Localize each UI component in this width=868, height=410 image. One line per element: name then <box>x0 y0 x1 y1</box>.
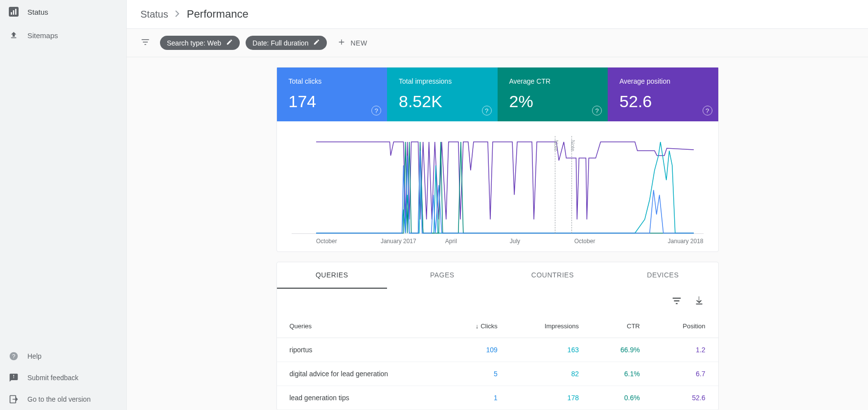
filter-chip-search-type[interactable]: Search type: Web <box>160 36 240 50</box>
metric-label: Total impressions <box>399 77 486 85</box>
metric-label: Average position <box>619 77 707 85</box>
sidebar-item-status[interactable]: Status <box>0 0 126 23</box>
metric-row: Total clicks 174 ? Total impressions 8.5… <box>277 68 718 121</box>
metric-value: 2% <box>509 92 596 111</box>
cell-ctr: 0.6% <box>592 386 653 410</box>
metric-average-position[interactable]: Average position 52.6 ? <box>608 68 718 121</box>
col-query[interactable]: Queries <box>277 315 446 338</box>
col-clicks[interactable]: ↓Clicks <box>446 315 510 338</box>
table-row[interactable]: lead generation tips 1 178 0.6% 52.6 <box>277 386 718 410</box>
cell-ctr: 66.9% <box>592 338 653 362</box>
table-row[interactable]: riportus 109 163 66.9% 1.2 <box>277 338 718 362</box>
cell-position: 52.6 <box>653 386 718 410</box>
page-title: Performance <box>187 8 249 21</box>
sidebar-item-label: Help <box>27 352 42 360</box>
x-axis-label: January 2018 <box>639 238 704 245</box>
chart-note-label: Note <box>553 140 559 151</box>
sort-descending-icon: ↓ <box>476 322 479 330</box>
pencil-icon <box>226 39 233 47</box>
table-toolbar <box>277 289 718 315</box>
tabs: QUERIES PAGES COUNTRIES DEVICES <box>277 262 718 289</box>
tab-queries[interactable]: QUERIES <box>277 262 388 289</box>
metric-label: Total clicks <box>289 77 376 85</box>
tab-devices[interactable]: DEVICES <box>608 262 718 289</box>
col-position[interactable]: Position <box>653 315 718 338</box>
download-icon[interactable] <box>694 296 705 308</box>
chip-label: Date: Full duration <box>252 39 308 47</box>
sidebar-item-label: Submit feedback <box>27 374 78 382</box>
queries-table: Queries ↓Clicks Impressions CTR Position… <box>277 315 718 410</box>
x-axis-label: July <box>510 238 574 245</box>
cell-position: 6.7 <box>653 362 718 386</box>
cell-impressions: 163 <box>510 338 592 362</box>
help-icon[interactable]: ? <box>703 106 712 115</box>
svg-rect-0 <box>11 12 12 15</box>
breadcrumb: Status Performance <box>127 0 868 29</box>
table-row[interactable]: digital advice for lead generation 5 82 … <box>277 362 718 386</box>
cell-query[interactable]: riportus <box>277 338 446 362</box>
sidebar-item-label: Status <box>27 8 48 16</box>
cell-query[interactable]: digital advice for lead generation <box>277 362 446 386</box>
cell-ctr: 6.1% <box>592 362 653 386</box>
chart-x-axis: October January 2017 April July October … <box>292 234 704 245</box>
chart-area: Note Note October January 2017 April Jul… <box>277 121 718 251</box>
help-icon: ? <box>9 351 19 361</box>
cell-impressions: 178 <box>510 386 592 410</box>
main: Status Performance Search type: Web Date… <box>126 0 868 410</box>
plus-icon <box>338 38 345 47</box>
x-axis-label: January 2017 <box>381 238 445 245</box>
help-icon[interactable]: ? <box>592 106 602 115</box>
chart-note-label: Note <box>570 140 576 151</box>
sidebar-item-label: Sitemaps <box>27 31 58 40</box>
feedback-icon <box>9 373 19 383</box>
help-icon[interactable]: ? <box>482 106 492 115</box>
performance-chart[interactable]: Note Note <box>292 136 704 234</box>
x-axis-label: October <box>574 238 639 245</box>
table-filter-icon[interactable] <box>671 296 682 308</box>
filter-icon[interactable] <box>140 37 150 48</box>
metric-value: 52.6 <box>619 92 707 111</box>
sidebar-item-sitemaps[interactable]: Sitemaps <box>0 23 126 47</box>
col-ctr[interactable]: CTR <box>592 315 653 338</box>
exit-icon <box>9 394 19 404</box>
details-card: QUERIES PAGES COUNTRIES DEVICES <box>276 262 719 410</box>
overview-card: Total clicks 174 ? Total impressions 8.5… <box>276 67 719 252</box>
tab-pages[interactable]: PAGES <box>387 262 498 289</box>
cell-clicks: 109 <box>446 338 510 362</box>
table-header-row: Queries ↓Clicks Impressions CTR Position <box>277 315 718 338</box>
x-axis-label: April <box>445 238 510 245</box>
add-filter-button[interactable]: NEW <box>333 38 372 47</box>
sidebar-item-label: Go to the old version <box>27 395 91 403</box>
tab-countries[interactable]: COUNTRIES <box>498 262 608 289</box>
col-impressions[interactable]: Impressions <box>510 315 592 338</box>
svg-text:?: ? <box>12 353 16 359</box>
new-label: NEW <box>350 39 367 47</box>
upload-icon <box>9 30 19 40</box>
x-axis-label: October <box>316 238 381 245</box>
chevron-right-icon <box>175 10 180 19</box>
content-scroll[interactable]: Total clicks 174 ? Total impressions 8.5… <box>127 57 868 410</box>
filter-bar: Search type: Web Date: Full duration NEW <box>127 29 868 57</box>
cell-position: 1.2 <box>653 338 718 362</box>
chip-label: Search type: Web <box>167 39 221 47</box>
filter-chip-date[interactable]: Date: Full duration <box>246 36 327 50</box>
help-icon[interactable]: ? <box>371 106 381 115</box>
sidebar-item-help[interactable]: ? Help <box>0 345 126 367</box>
metric-value: 174 <box>289 92 376 111</box>
pencil-icon <box>313 39 320 47</box>
svg-rect-1 <box>13 10 15 15</box>
cell-impressions: 82 <box>510 362 592 386</box>
breadcrumb-parent[interactable]: Status <box>140 9 168 20</box>
metric-label: Average CTR <box>509 77 596 85</box>
analytics-icon <box>9 7 19 17</box>
metric-total-clicks[interactable]: Total clicks 174 ? <box>277 68 388 121</box>
sidebar-item-old-version[interactable]: Go to the old version <box>0 388 126 410</box>
cell-query[interactable]: lead generation tips <box>277 386 446 410</box>
metric-total-impressions[interactable]: Total impressions 8.52K ? <box>387 68 498 121</box>
sidebar-item-feedback[interactable]: Submit feedback <box>0 367 126 388</box>
cell-clicks: 5 <box>446 362 510 386</box>
metric-value: 8.52K <box>399 92 486 111</box>
metric-average-ctr[interactable]: Average CTR 2% ? <box>498 68 608 121</box>
sidebar: Status Sitemaps ? Help Submit feedback <box>0 0 126 410</box>
svg-rect-2 <box>15 9 17 15</box>
